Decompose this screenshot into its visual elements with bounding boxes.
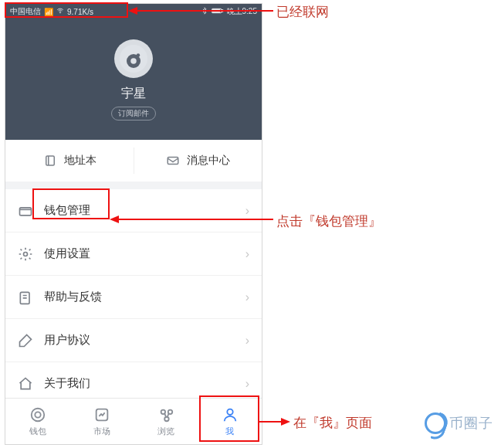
wallet-icon xyxy=(18,203,33,219)
menu-item-label: 用户协议 xyxy=(44,333,235,348)
bluetooth-icon xyxy=(201,7,208,16)
svg-rect-8 xyxy=(46,156,55,165)
address-book-button[interactable]: 地址本 xyxy=(5,140,134,182)
svg-point-11 xyxy=(24,252,28,256)
svg-point-14 xyxy=(35,412,40,417)
chevron-right-icon: › xyxy=(245,204,249,218)
svg-rect-2 xyxy=(222,10,222,12)
chevron-right-icon: › xyxy=(245,290,249,304)
svg-point-19 xyxy=(227,409,232,415)
market-icon xyxy=(93,406,111,424)
svg-point-7 xyxy=(137,53,140,57)
svg-rect-9 xyxy=(168,158,179,165)
avatar[interactable] xyxy=(114,39,153,78)
person-icon xyxy=(221,406,239,424)
menu-usage-settings[interactable]: 使用设置 › xyxy=(5,232,262,276)
nav-browse[interactable]: 浏览 xyxy=(134,399,198,444)
annotation-arrow xyxy=(259,416,290,431)
chevron-right-icon: › xyxy=(245,247,249,261)
bookmark-icon xyxy=(42,153,58,168)
carrier-label: 中国电信 xyxy=(10,6,41,17)
profile-header: 宇星 订阅邮件 xyxy=(5,19,262,140)
bottom-nav: 钱包 市场 浏览 我 xyxy=(5,398,262,444)
message-center-button[interactable]: 消息中心 xyxy=(134,140,262,182)
menu-item-label: 钱包管理 xyxy=(44,203,235,218)
watermark-logo-icon xyxy=(425,412,446,434)
svg-point-0 xyxy=(60,12,61,13)
menu-item-label: 帮助与反馈 xyxy=(44,290,235,304)
annotation-text-networked: 已经联网 xyxy=(276,3,329,21)
nav-label: 钱包 xyxy=(29,426,46,437)
annotation-text-wallet: 点击『钱包管理』 xyxy=(276,212,381,230)
help-icon xyxy=(18,290,33,305)
clock-label: 晚上9:25 xyxy=(227,6,257,17)
phone-frame: 中国电信 📶 9.71K/s 晚上9:25 宇星 订阅邮件 xyxy=(5,3,262,445)
watermark-label: 币圈子 xyxy=(449,414,493,433)
chevron-right-icon: › xyxy=(245,334,249,348)
home-icon xyxy=(18,376,33,392)
section-gap xyxy=(5,182,262,189)
menu-wallet-manage[interactable]: 钱包管理 › xyxy=(5,189,262,232)
nav-wallet[interactable]: 钱包 xyxy=(5,399,69,444)
nav-label: 我 xyxy=(225,426,234,437)
chevron-right-icon: › xyxy=(245,377,249,391)
menu-user-agreement[interactable]: 用户协议 › xyxy=(5,319,262,362)
annotation-text-me: 在『我』页面 xyxy=(293,414,372,432)
svg-point-18 xyxy=(164,417,169,422)
svg-point-6 xyxy=(130,58,137,64)
document-edit-icon xyxy=(18,333,33,348)
menu-item-label: 关于我们 xyxy=(44,376,235,391)
nav-me[interactable]: 我 xyxy=(198,399,262,444)
menu-item-label: 使用设置 xyxy=(44,246,235,261)
signal-icon: 📶 xyxy=(44,8,53,16)
wallet-circle-icon xyxy=(29,406,47,424)
svg-point-13 xyxy=(31,409,44,422)
status-bar: 中国电信 📶 9.71K/s 晚上9:25 xyxy=(5,4,262,19)
nav-market[interactable]: 市场 xyxy=(69,399,134,444)
browse-icon xyxy=(157,406,175,424)
gear-icon xyxy=(18,246,33,262)
net-speed: 9.71K/s xyxy=(67,8,93,16)
svg-rect-3 xyxy=(212,9,219,12)
settings-menu: 钱包管理 › 使用设置 › 帮助与反馈 › 用户协议 › xyxy=(5,189,262,406)
nav-label: 市场 xyxy=(93,426,110,437)
svg-marker-25 xyxy=(281,418,290,426)
svg-rect-10 xyxy=(20,207,32,215)
watermark: 币圈子 xyxy=(425,412,493,434)
nav-label: 浏览 xyxy=(157,426,174,437)
username: 宇星 xyxy=(121,86,146,102)
message-center-label: 消息中心 xyxy=(187,154,230,168)
wifi-icon xyxy=(56,7,64,16)
quick-actions-row: 地址本 消息中心 xyxy=(5,140,262,182)
battery-icon xyxy=(212,7,224,16)
menu-help-feedback[interactable]: 帮助与反馈 › xyxy=(5,276,262,319)
subscribe-badge[interactable]: 订阅邮件 xyxy=(111,107,156,120)
address-book-label: 地址本 xyxy=(64,154,96,168)
mail-icon xyxy=(165,153,181,168)
